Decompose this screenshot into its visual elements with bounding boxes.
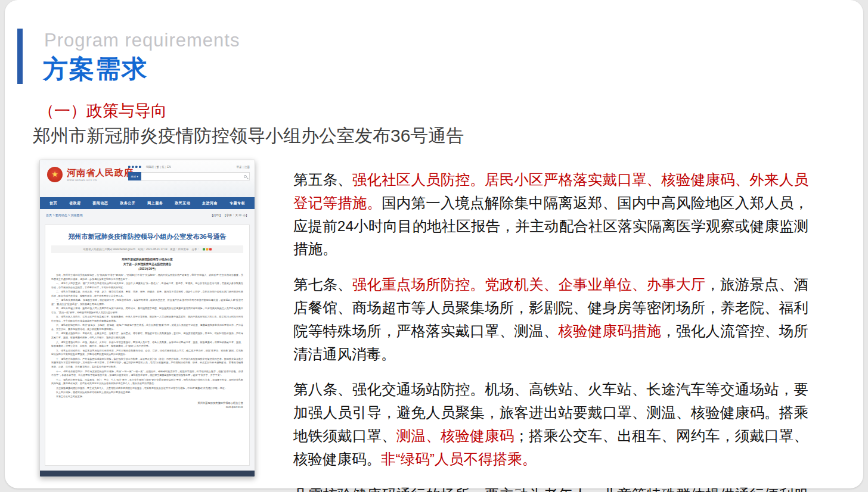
article-paragraph: 五、强化社区人员防控。居民小区严格落实戴口罩、核验健康码、外来人员登记等措施。国… xyxy=(51,314,243,323)
nav-item[interactable]: 专题专栏 xyxy=(230,201,245,206)
notice-heading: 郑州市新冠肺炎疫情防控领导小组办公室发布36号通告 xyxy=(33,124,464,148)
article-paragraph: 六、强化农村地区防控。坚持“县包乡、乡包村、村包组、组包户”四级包干责任体系，充… xyxy=(51,323,243,332)
nav-item[interactable]: 首页 xyxy=(49,201,57,206)
article-body: 当前，郑州市全域已转为低风险地区，但“低风险”不等于“零风险”，“区域解封”不等… xyxy=(51,273,243,398)
header-mini-icons xyxy=(128,166,141,169)
notice-paragraph: 第七条、强化重点场所防控。党政机关、企事业单位、办事大厅，旅游景点、酒店餐馆、商… xyxy=(293,273,808,366)
page-title: 方案需求 xyxy=(43,52,148,86)
article-paragraph: 一、强化个人防护意识。请广大市民自觉遵守疫情防控相关规定，当好个人健康安全“第一… xyxy=(51,281,243,289)
article-paragraph: 十一、强化各类校园防控。严格落实校园疫情防控措施，坚持“一地一策”“一校一案”，… xyxy=(51,369,243,378)
site-name: 河南省人民政府 xyxy=(67,167,134,179)
site-logo: ★ 河南省人民政府 WWW.HENAN.GOV.CN xyxy=(47,167,134,182)
article-paragraph: 八、强化交通场站防控。机场、高铁站、火车站、长途汽车等交通场站，要加强人员引导、… xyxy=(51,340,243,348)
article-meta: 河南省人民政府门户网站 www.henan.gov.cn 时间：2021-08-… xyxy=(83,247,189,251)
notice-text-block: 第五条、强化社区人员防控。居民小区严格落实戴口罩、核验健康码、外来人员登记等措施… xyxy=(293,169,808,492)
wechat-icon xyxy=(132,166,134,169)
accessibility-icon xyxy=(139,166,141,169)
share-weibo-icon[interactable] xyxy=(206,248,209,251)
article-title: 郑州市新冠肺炎疫情防控领导小组办公室发布36号通告 xyxy=(55,232,240,241)
title-accent-bar xyxy=(17,29,23,84)
article-meta-bar: 河南省人民政府门户网站 www.henan.gov.cn 时间：2021-08-… xyxy=(51,245,243,253)
site-nav-bar: 首页省政府要闻动态政务公开网上服务政民互动走进河南专题专栏 xyxy=(40,197,255,209)
notice-paragraph: 第五条、强化社区人员防控。居民小区严格落实戴口罩、核验健康码、外来人员登记等措施… xyxy=(293,169,808,261)
website-screenshot: ★ 河南省人民政府 WWW.HENAN.GOV.CN 无障碍 xyxy=(39,160,255,477)
search-icon xyxy=(244,175,247,178)
share-more-icon[interactable] xyxy=(209,248,212,251)
doc-number: （2021年36号） xyxy=(51,266,243,271)
nav-item[interactable]: 要闻动态 xyxy=(92,201,108,206)
mobile-icon xyxy=(135,166,138,169)
doc-org: 郑州市新冠肺炎疫情防控领导小组办公室 xyxy=(51,257,243,261)
share-buttons[interactable] xyxy=(203,248,212,251)
nav-item[interactable]: 省政府 xyxy=(69,201,81,206)
article-paragraph: 二、强化自我健康监测。出现发热、干咳、乏力、嗅觉味觉减退、鼻塞、流涕、咽痛、结膜… xyxy=(51,289,243,298)
language-links[interactable]: 无障碍｜繁｜简｜EN xyxy=(146,165,171,169)
article-paragraph: 当前，郑州市全域已转为低风险地区，但“低风险”不等于“零风险”，“区域解封”不等… xyxy=(51,273,243,281)
site-url: WWW.HENAN.GOV.CN xyxy=(67,179,100,182)
account-links[interactable]: 登录｜注册 xyxy=(237,165,250,169)
search-scope-button[interactable]: 本站 ▾ xyxy=(128,172,141,180)
page-tools[interactable]: 【打印】 【字体：大 中 小】 xyxy=(210,213,249,217)
national-emblem-icon: ★ xyxy=(47,167,63,182)
nav-item[interactable]: 走进河南 xyxy=(202,201,218,206)
article-paragraph: 七、强化重点场所防控。党政机关、企事业单位、办事大厅、旅游景点、酒店餐馆、商场超… xyxy=(51,332,243,340)
article-paragraph: 以上防控措施，将根据疫情风险评估结果和上级疫情防控要求动态调整。 xyxy=(51,390,243,394)
breadcrumb[interactable]: 首页 > 要闻动态 > 河南要闻 xyxy=(46,213,82,217)
eyebrow-title: Program requirements xyxy=(44,30,240,51)
article: 郑州市新冠肺炎疫情防控领导小组办公室发布36号通告 河南省人民政府门户网站 ww… xyxy=(45,225,250,466)
nav-item[interactable]: 政务公开 xyxy=(120,201,135,206)
search-input[interactable] xyxy=(141,172,250,180)
slide: Program requirements 方案需求 （一）政策与导向 郑州市新冠… xyxy=(5,0,863,488)
section-subtitle: （一）政策与导向 xyxy=(38,100,167,122)
article-paragraph: 十二、强化防控责任落实。压实属地、部门、单位、个人“四方”责任，各行业主管部门按… xyxy=(51,378,243,386)
site-header: ★ 河南省人民政府 WWW.HENAN.GOV.CN 无障碍 xyxy=(40,160,255,197)
share-label: 分享： xyxy=(192,247,200,251)
article-paragraph: 本通告自发布之时起实施。 xyxy=(51,395,243,399)
phone-icon xyxy=(128,166,131,169)
site-search[interactable]: 本站 ▾ xyxy=(128,172,250,180)
article-paragraph: 凡需核验健康码通行的场所，要主动为老年人、儿童等特殊群体提供通行便利服务，可采取… xyxy=(51,386,243,390)
site-footer-bar xyxy=(40,471,255,477)
nav-item[interactable]: 网上服务 xyxy=(147,201,163,206)
notice-paragraph: 凡需核验健康码通行的场所，要主动为老年人、儿童等特殊群体提供通行便利服务，可采取… xyxy=(293,484,808,492)
nav-item[interactable]: 政民互动 xyxy=(175,201,190,206)
article-paragraph: 九、强化会议活动防控。落实常态化疫情防控相关规定，严格控制各类聚集性活动、会议、… xyxy=(51,348,243,357)
article-date: 2021年8月31日 xyxy=(51,405,243,410)
article-signature: 郑州市新冠肺炎疫情防控领导小组办公室 xyxy=(51,400,243,405)
article-paragraph: 四、强化外防输入举措。新郑机场入境人员要严格落实口岸检疫、闭环转运、集中隔离医学… xyxy=(51,306,243,314)
article-paragraph: 三、强化免疫屏障构建。加强服务保障，做好组织引导，规范接种流程，落实便民举措，组… xyxy=(51,298,243,306)
article-paragraph: 十、强化医疗机构防控。严格落实医院感染防控措施，实行预检分诊工作制度，未设置发热… xyxy=(51,357,243,369)
doc-title: 关于进一步加强疫情常态化防控的通告 xyxy=(51,261,243,266)
notice-paragraph: 第八条、强化交通场站防控。机场、高铁站、火车站、长途汽车等交通场站，要加强人员引… xyxy=(293,378,808,471)
share-wechat-icon[interactable] xyxy=(203,248,205,251)
